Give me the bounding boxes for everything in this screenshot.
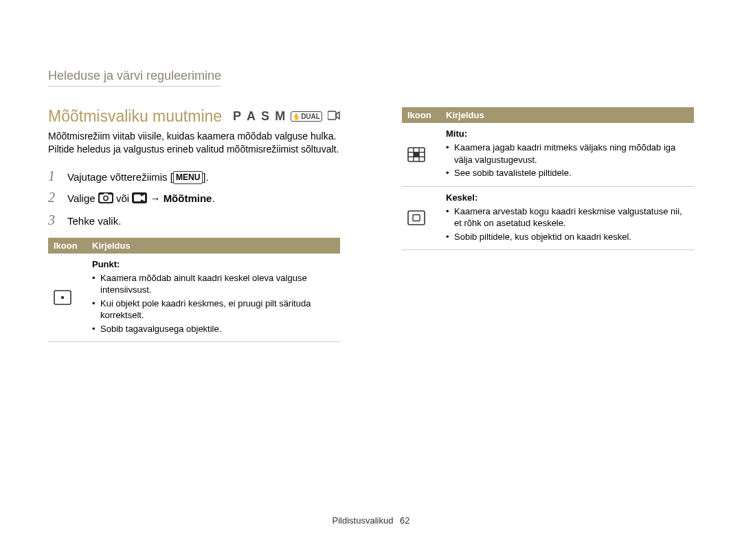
page-footer: Pildistusvalikud 62 (0, 515, 742, 526)
left-column: Mõõtmisvaliku muutmine P A S M ✋ DUAL Mõ… (48, 107, 340, 342)
mode-p: P (233, 109, 241, 124)
step-2: 2 Valige või → Mõõtmine. (48, 190, 340, 207)
svg-point-8 (61, 296, 64, 299)
desc-bullet: Kaamera mõõdab ainult kaadri keskel olev… (92, 272, 335, 296)
step-number: 1 (48, 168, 58, 184)
desc-bullet: Sobib piltidele, kus objektid on kaadri … (446, 231, 688, 243)
section-title: Mõõtmisvaliku muutmine (48, 107, 222, 126)
svg-rect-15 (408, 211, 425, 225)
table-header-desc: Kirjeldus (440, 107, 694, 123)
desc-bullet: Sobib tagavalgusega objektile. (92, 323, 335, 335)
menu-button-label: MENU (173, 171, 203, 184)
step-number: 3 (48, 212, 58, 228)
mode-indicators: P A S M ✋ DUAL (233, 109, 340, 124)
step-1: 1 Vajutage võtterežiimis [MENU]. (48, 168, 340, 184)
video-icon (132, 192, 147, 207)
mode-dual-icon: ✋ DUAL (291, 111, 322, 122)
step-text: Vajutage võtterežiimis [MENU]. (67, 170, 209, 184)
desc-title: Mitu: (446, 128, 688, 139)
footer-section: Pildistusvalikud (333, 515, 394, 526)
table-header-desc: Kirjeldus (87, 238, 340, 254)
step-number: 2 (48, 190, 58, 205)
table-row: Keskel: Kaamera arvestab kogu kaadri kes… (402, 186, 694, 250)
right-column: Ikoon Kirjeldus (402, 107, 694, 342)
steps-list: 1 Vajutage võtterežiimis [MENU]. 2 Valig… (48, 168, 340, 228)
desc-bullet: Kaamera arvestab kogu kaadri keskmise va… (446, 205, 688, 229)
desc-bullet: Kaamera jagab kaadri mitmeks väljaks nin… (446, 142, 688, 166)
table-row: Mitu: Kaamera jagab kaadri mitmeks välja… (402, 123, 694, 186)
mode-a: A (247, 109, 256, 124)
metering-multi-icon (407, 147, 435, 162)
table-row: Punkt: Kaamera mõõdab ainult kaadri kesk… (48, 254, 340, 342)
hand-icon: ✋ (293, 113, 300, 120)
page-number: 62 (400, 515, 409, 526)
movie-mode-icon (328, 111, 340, 122)
metering-spot-icon (54, 290, 81, 305)
metering-center-icon (407, 210, 435, 225)
svg-rect-0 (328, 111, 336, 120)
table-header-icon: Ikoon (402, 107, 440, 123)
desc-block: Punkt: Kaamera mõõdab ainult kaadri kesk… (92, 259, 335, 335)
desc-bullet: Kui objekt pole kaadri keskmes, ei pruug… (92, 298, 335, 322)
mode-s: S (261, 109, 269, 124)
table-header-icon: Ikoon (48, 238, 87, 254)
breadcrumb: Heleduse ja värvi reguleerimine (48, 69, 221, 87)
intro-paragraph: Mõõtmisrežiim viitab viisile, kuidas kaa… (48, 130, 340, 156)
right-icon-table: Ikoon Kirjeldus (402, 107, 694, 250)
svg-rect-16 (413, 215, 420, 221)
desc-title: Punkt: (92, 259, 335, 269)
left-icon-table: Ikoon Kirjeldus Punkt: (48, 238, 340, 343)
camera-icon (98, 192, 113, 207)
svg-rect-14 (414, 152, 419, 157)
mode-m: M (275, 109, 285, 124)
desc-block: Keskel: Kaamera arvestab kogu kaadri kes… (446, 192, 688, 243)
svg-rect-4 (104, 193, 108, 194)
desc-bullet: See sobib tavalistele piltidele. (446, 167, 688, 179)
step-text: Tehke valik. (67, 214, 121, 228)
step-text: Valige või → Mõõtmine. (67, 191, 215, 207)
step-3: 3 Tehke valik. (48, 212, 340, 228)
desc-title: Keskel: (446, 192, 688, 203)
svg-rect-6 (134, 194, 141, 201)
desc-block: Mitu: Kaamera jagab kaadri mitmeks välja… (446, 128, 688, 179)
